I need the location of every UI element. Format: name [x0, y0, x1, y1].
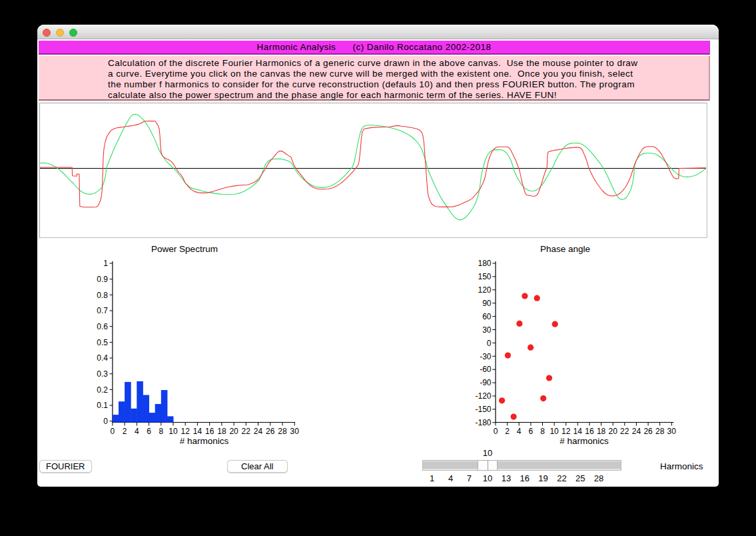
svg-text:Power Spectrum: Power Spectrum: [151, 244, 218, 254]
svg-text:-60: -60: [480, 365, 492, 374]
svg-text:30: 30: [667, 427, 677, 436]
svg-text:4: 4: [135, 427, 139, 436]
svg-text:2: 2: [123, 427, 127, 436]
svg-text:18: 18: [597, 427, 606, 436]
svg-text:10: 10: [169, 427, 178, 436]
svg-text:28: 28: [278, 427, 287, 436]
svg-text:0: 0: [111, 427, 115, 436]
svg-text:24: 24: [632, 427, 641, 436]
svg-text:0.1: 0.1: [97, 401, 108, 410]
svg-text:# harmonics: # harmonics: [560, 436, 609, 446]
svg-text:-120: -120: [475, 391, 491, 401]
svg-text:0.7: 0.7: [97, 306, 108, 315]
svg-text:26: 26: [266, 427, 275, 436]
svg-text:30: 30: [482, 325, 492, 335]
svg-text:60: 60: [482, 312, 492, 321]
svg-text:# harmonics: # harmonics: [180, 436, 229, 446]
svg-text:20: 20: [609, 427, 618, 436]
svg-text:12: 12: [181, 427, 190, 436]
svg-text:-90: -90: [480, 378, 492, 387]
svg-text:0: 0: [494, 427, 498, 436]
svg-text:0.2: 0.2: [97, 385, 108, 395]
svg-text:6: 6: [147, 427, 151, 436]
svg-text:28: 28: [655, 427, 665, 436]
svg-text:0.6: 0.6: [97, 322, 108, 331]
svg-text:1: 1: [103, 259, 108, 268]
svg-text:8: 8: [540, 427, 545, 436]
svg-text:0.8: 0.8: [97, 291, 108, 300]
svg-text:0.4: 0.4: [97, 353, 108, 363]
svg-text:22: 22: [620, 427, 629, 436]
svg-text:150: 150: [478, 272, 491, 281]
svg-text:16: 16: [205, 427, 214, 436]
svg-text:26: 26: [643, 427, 653, 436]
svg-text:0: 0: [487, 339, 492, 348]
svg-text:120: 120: [478, 285, 491, 295]
svg-text:30: 30: [290, 427, 300, 436]
svg-text:22: 22: [242, 427, 251, 436]
svg-text:2: 2: [505, 427, 510, 436]
svg-text:-180: -180: [475, 418, 491, 427]
svg-text:12: 12: [562, 427, 571, 436]
svg-text:14: 14: [573, 427, 583, 436]
svg-text:4: 4: [517, 427, 522, 436]
svg-text:24: 24: [254, 427, 263, 436]
svg-text:-150: -150: [475, 405, 491, 414]
svg-text:Phase angle: Phase angle: [540, 244, 590, 254]
svg-text:16: 16: [585, 427, 594, 436]
svg-text:6: 6: [529, 427, 534, 436]
svg-text:10: 10: [550, 427, 559, 436]
svg-text:180: 180: [478, 259, 491, 268]
svg-text:0.3: 0.3: [97, 369, 108, 379]
svg-text:18: 18: [217, 427, 226, 436]
svg-text:0.5: 0.5: [97, 338, 108, 347]
svg-text:90: 90: [482, 299, 492, 308]
svg-text:0: 0: [103, 417, 108, 426]
svg-text:-30: -30: [480, 352, 492, 361]
svg-text:20: 20: [229, 427, 238, 436]
svg-text:14: 14: [193, 427, 202, 436]
svg-text:8: 8: [159, 427, 163, 436]
svg-text:0.9: 0.9: [97, 275, 108, 284]
